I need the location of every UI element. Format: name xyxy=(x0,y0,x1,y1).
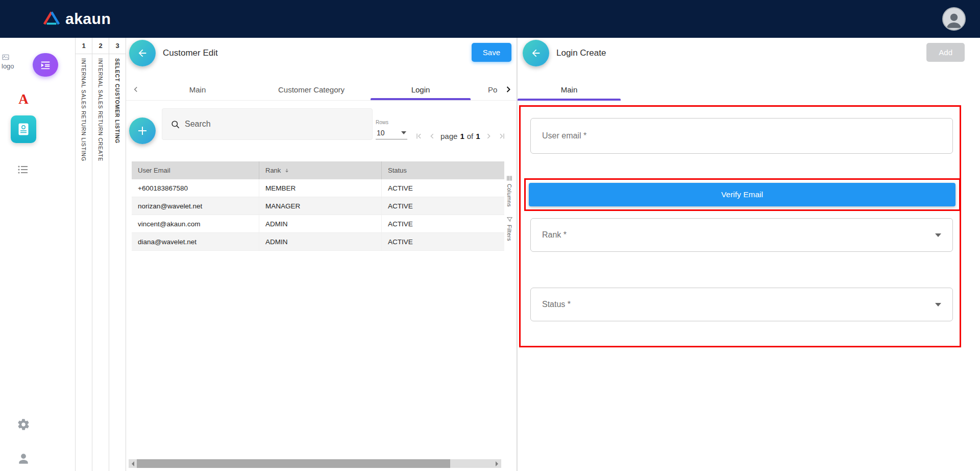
next-page-button[interactable] xyxy=(484,132,494,140)
arrow-back-icon xyxy=(530,48,542,59)
header-rank[interactable]: Rank xyxy=(259,161,382,179)
akaun-logo-icon xyxy=(43,10,60,28)
step-tab-2[interactable]: 2 INTERNAL SALES RETURN CREATE xyxy=(92,38,109,471)
pagination: page 1 of 1 xyxy=(414,132,507,140)
tabs-scroll-right-button[interactable] xyxy=(503,79,513,100)
step-label: INTERNAL SALES RETURN CREATE xyxy=(97,58,104,161)
invoice-doc-icon xyxy=(18,123,29,135)
app-root: akaun logo A xyxy=(0,0,980,471)
tabs-scroll-left-button[interactable] xyxy=(131,79,140,100)
scroll-right-arrow[interactable] xyxy=(493,461,501,466)
profile-person-icon[interactable] xyxy=(17,452,30,467)
columns-icon xyxy=(506,175,513,182)
sidebar-toggle-button[interactable] xyxy=(33,53,58,77)
pdf-app-icon[interactable]: A xyxy=(13,89,34,109)
status-select[interactable]: Status * xyxy=(530,288,953,321)
cell-user-email: diana@wavelet.net xyxy=(132,233,259,250)
step-tab-3[interactable]: 3 SELECT CUSTOMER LISTING xyxy=(109,38,126,471)
cell-rank: ADMIN xyxy=(259,233,382,250)
cell-user-email: vincent@akaun.com xyxy=(132,215,259,232)
add-button[interactable]: Add xyxy=(926,43,965,62)
login-create-panel: Login Create Add Main Verify Email Rank … xyxy=(517,38,980,471)
rank-select[interactable]: Rank * xyxy=(530,218,953,252)
tabs-scroll-area: Main Customer Category Login Po xyxy=(144,79,499,100)
search-box xyxy=(162,108,373,140)
rows-label: Rows xyxy=(376,120,407,125)
step-number: 2 xyxy=(92,38,109,54)
chevron-left-icon xyxy=(428,132,436,140)
cell-user-email: norizan@wavelet.net xyxy=(132,197,259,215)
sidebar: logo A xyxy=(0,38,48,471)
tab-customer-category[interactable]: Customer Category xyxy=(255,79,368,100)
cell-rank: MANAGER xyxy=(259,197,382,215)
cell-status: ACTIVE xyxy=(382,202,504,210)
rows-value: 10 xyxy=(377,129,385,137)
scroll-left-arrow[interactable] xyxy=(129,461,137,466)
scrollbar-thumb[interactable] xyxy=(137,459,450,468)
columns-label: Columns xyxy=(506,184,512,207)
save-button[interactable]: Save xyxy=(472,43,511,62)
tabs-bar: Main Customer Category Login Po xyxy=(126,79,517,101)
page-title: Login Create xyxy=(556,48,606,58)
caret-down-icon xyxy=(935,303,941,307)
filters-button[interactable]: Filters xyxy=(506,216,513,241)
back-button[interactable] xyxy=(523,40,549,66)
menu-list-icon[interactable] xyxy=(17,163,29,178)
topbar: akaun xyxy=(0,0,980,38)
table-header-row: User Email Rank Status xyxy=(132,161,504,179)
verify-email-button[interactable]: Verify Email xyxy=(529,183,955,206)
brand: akaun xyxy=(43,10,111,28)
broken-logo-image: logo xyxy=(2,53,24,77)
cell-status: ACTIVE xyxy=(382,220,504,228)
table-body: +600183867580 MEMBER ACTIVE norizan@wave… xyxy=(132,179,504,251)
step-tab-1[interactable]: 1 INTERNAL SALES RETURN LISTING xyxy=(75,38,92,471)
chevron-right-icon xyxy=(484,132,493,140)
last-page-button[interactable] xyxy=(497,132,507,140)
customer-edit-panel: Customer Edit Save Main Customer Categor… xyxy=(126,38,517,471)
tab-main[interactable]: Main xyxy=(149,79,246,100)
header-user-email[interactable]: User Email xyxy=(132,161,259,179)
avatar-person-icon xyxy=(944,9,964,30)
cell-status: ACTIVE xyxy=(382,238,504,246)
plus-icon xyxy=(136,125,149,137)
table-row[interactable]: vincent@akaun.com ADMIN ACTIVE xyxy=(132,215,504,233)
horizontal-scrollbar[interactable] xyxy=(129,459,501,468)
step-number: 3 xyxy=(109,38,126,54)
tab-po[interactable]: Po xyxy=(480,79,499,100)
tab-main[interactable]: Main xyxy=(518,79,621,101)
back-button[interactable] xyxy=(129,40,156,66)
rows-per-page-select[interactable]: 10 xyxy=(376,128,407,139)
rank-placeholder: Rank * xyxy=(542,230,567,240)
user-avatar[interactable] xyxy=(942,7,966,31)
table-row[interactable]: diana@wavelet.net ADMIN ACTIVE xyxy=(132,233,504,251)
tab-login[interactable]: Login xyxy=(371,79,471,100)
sort-desc-icon xyxy=(284,168,290,174)
first-page-icon xyxy=(414,132,423,140)
search-icon xyxy=(170,120,180,129)
user-email-field xyxy=(530,118,953,154)
header-status[interactable]: Status xyxy=(382,161,504,179)
broken-image-icon xyxy=(2,53,10,61)
cell-rank: MEMBER xyxy=(259,179,382,197)
chevron-left-icon xyxy=(131,85,140,94)
filters-label: Filters xyxy=(506,225,512,241)
caret-down-icon xyxy=(935,233,941,237)
prev-page-button[interactable] xyxy=(427,132,437,140)
page-body: logo A xyxy=(0,38,980,471)
arrow-back-icon xyxy=(137,48,148,59)
table-row[interactable]: +600183867580 MEMBER ACTIVE xyxy=(132,179,504,197)
user-email-input[interactable] xyxy=(542,131,941,140)
cell-user-email: +600183867580 xyxy=(132,179,259,197)
table-side-rail: Columns Filters xyxy=(504,175,514,241)
logo-alt-text: logo xyxy=(2,62,14,70)
search-input[interactable] xyxy=(185,120,353,129)
settings-gear-icon[interactable] xyxy=(17,418,30,433)
add-record-button[interactable] xyxy=(129,117,156,144)
first-page-button[interactable] xyxy=(414,132,424,140)
billing-app-icon[interactable] xyxy=(11,115,36,143)
table-row[interactable]: norizan@wavelet.net MANAGER ACTIVE xyxy=(132,197,504,215)
cell-rank: ADMIN xyxy=(259,215,382,232)
tabs-bar: Main xyxy=(518,79,980,101)
page-title: Customer Edit xyxy=(163,48,218,58)
columns-button[interactable]: Columns xyxy=(506,175,513,207)
